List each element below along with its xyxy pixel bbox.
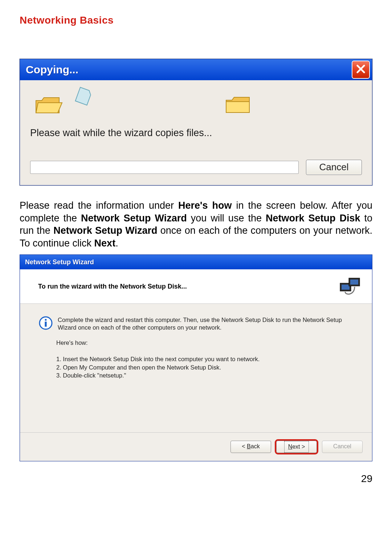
wizard-header: To run the wizard with the Network Setup… (20, 269, 372, 304)
heres-how-label: Here's how: (56, 339, 353, 346)
next-button[interactable]: Next > (276, 441, 317, 453)
wizard-header-text: To run the wizard with the Network Setup… (38, 283, 187, 290)
instruction-paragraph: Please read the information under Here's… (20, 199, 372, 249)
wizard-footer: < Back Next > Cancel (20, 432, 372, 461)
para-text: Please read the information under (20, 200, 178, 211)
svg-rect-1 (342, 285, 350, 290)
copying-title-text: Copying... (26, 64, 78, 76)
para-bold: Here's how (178, 200, 232, 211)
copying-dialog: Copying... (20, 59, 372, 185)
list-item: 3. Double-click "netsetup." (56, 371, 353, 379)
steps-list: 1. Insert the Network Setup Disk into th… (56, 355, 353, 379)
info-text: Complete the wizard and restart this com… (58, 316, 353, 331)
copying-message: Please wait while the wizard copies file… (30, 127, 362, 139)
para-text: . (115, 238, 118, 249)
info-row: Complete the wizard and restart this com… (39, 316, 353, 331)
svg-point-5 (45, 319, 46, 321)
list-item: 1. Insert the Network Setup Disk into th… (56, 355, 353, 363)
back-rest: ack (251, 443, 260, 449)
para-bold: Next (94, 238, 116, 249)
copy-animation (30, 89, 362, 122)
wizard-titlebar: Network Setup Wizard (20, 255, 372, 269)
document-flying-icon (74, 87, 93, 108)
next-rest: ext > (292, 444, 305, 450)
page-title: Networking Basics (20, 15, 372, 26)
para-text: you will use the (187, 213, 266, 224)
para-bold: Network Setup Disk (266, 213, 360, 224)
back-underline: B (247, 443, 251, 449)
back-prefix: < (242, 443, 247, 449)
network-computers-icon (339, 276, 362, 297)
back-button[interactable]: < Back (230, 441, 271, 453)
next-inner: Next > (284, 441, 309, 453)
wizard-body: Complete the wizard and restart this com… (20, 304, 372, 432)
close-icon (356, 64, 366, 76)
copying-bottom-row: Cancel (30, 160, 362, 175)
svg-rect-3 (350, 279, 358, 285)
copying-body: Please wait while the wizard copies file… (20, 80, 372, 185)
folder-closed-icon (224, 93, 252, 118)
para-bold: Network Setup Wizard (81, 213, 187, 224)
cancel-button-wizard: Cancel (322, 441, 363, 453)
para-bold: Network Setup Wizard (53, 225, 157, 236)
wizard-title-text: Network Setup Wizard (25, 258, 94, 266)
wizard-dialog: Network Setup Wizard To run the wizard w… (20, 254, 372, 461)
folder-open-icon (34, 92, 64, 119)
page-number: 29 (20, 473, 372, 485)
list-item: 2. Open My Computer and then open the Ne… (56, 363, 353, 371)
copying-titlebar: Copying... (20, 59, 372, 80)
next-underline: N (288, 444, 293, 450)
info-icon (39, 316, 53, 330)
close-button[interactable] (352, 61, 370, 79)
svg-rect-6 (45, 322, 46, 327)
cancel-button[interactable]: Cancel (306, 160, 362, 175)
progress-bar (30, 161, 299, 174)
